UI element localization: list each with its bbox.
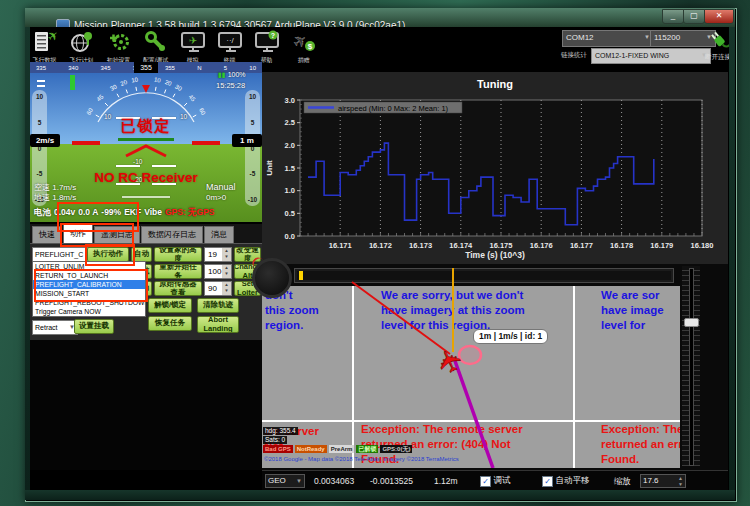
spinner-arrows-icon[interactable]: ▲▼: [222, 282, 231, 295]
battery-volts: 0.04v: [54, 207, 75, 219]
vibe-indicator: Vibe: [144, 207, 162, 219]
clear-track-button[interactable]: 清除轨迹: [197, 298, 239, 313]
action-dropdown-list: LOITER_UNLIMRETURN_TO_LAUNCHPREFLIGHT_CA…: [32, 261, 146, 317]
hud-clock: 15:25:28: [216, 81, 245, 90]
set-mount-button[interactable]: 设置挂载: [74, 319, 114, 334]
map-tile-message: We are sorhave imagelevel for: [601, 288, 664, 333]
map-tile-error: Exception: Thereturned an errFound.: [601, 422, 680, 467]
svg-text:2.5: 2.5: [285, 118, 295, 127]
svg-text:16.173: 16.173: [409, 241, 432, 250]
auto-button[interactable]: 自动: [131, 247, 152, 262]
status-badge: NotReady: [295, 445, 327, 453]
tuning-chart-svg: Tuning16.17116.17216.17316.17416.17516.1…: [262, 72, 728, 264]
toolbar-button[interactable]: ✈$ 捐赠: [285, 27, 322, 71]
svg-text:30: 30: [174, 83, 183, 92]
flight-plan-icon: [69, 30, 95, 54]
dropdown-item[interactable]: PREFLIGHT_CALIBRATION: [33, 280, 145, 289]
do-action-button[interactable]: 执行动作: [87, 247, 129, 262]
tab[interactable]: 消息: [204, 226, 234, 243]
hud-armed-state: 已锁定: [30, 117, 262, 136]
tab[interactable]: 数据闪存日志: [141, 226, 203, 243]
svg-text:airspeed (Min: 0 Max: 2 Mean:: airspeed (Min: 0 Max: 2 Mean: 1): [338, 104, 449, 113]
svg-text:Time (s) (10^3): Time (s) (10^3): [465, 250, 525, 260]
autopan-checkbox[interactable]: ✓ 自动平移: [542, 475, 589, 487]
dropdown-item[interactable]: LOITER_UNLIM: [33, 262, 145, 271]
left-panel-tabs: 快速动作遥测日志数据闪存日志消息: [30, 224, 262, 243]
dropdown-item[interactable]: Trigger Camera NOW: [33, 307, 145, 316]
svg-text:20: 20: [164, 79, 173, 87]
status-badge: 已解锁: [356, 445, 378, 453]
aircraft-tooltip: 1m | 1m/s | id: 1: [473, 329, 548, 344]
help-icon: ?: [254, 30, 280, 54]
mount-mode-select[interactable]: Retract▼: [32, 320, 78, 335]
sysid-select[interactable]: COM12-1-FIXED WING▼: [591, 48, 711, 64]
window-frame-right: [729, 27, 735, 490]
alt-spinner[interactable]: ▲▼100: [204, 264, 232, 279]
map-attribution: ©2018 Google - Map data ©2018 Tele Atlas…: [264, 456, 459, 462]
svg-text:✈: ✈: [188, 35, 196, 46]
map-tile-message: We are sorry, but we don'thave imagery a…: [381, 288, 525, 333]
restart-mission-button[interactable]: 重新开始任务: [154, 264, 202, 279]
tuning-chart[interactable]: Tuning16.17116.17216.17316.17416.17516.1…: [262, 72, 728, 264]
status-bar: GEO▼ 0.0034063 -0.0013525 1.12m ✓ 调试 ✓ 自…: [262, 470, 728, 491]
tab[interactable]: 动作: [63, 224, 93, 243]
raw-sensor-button[interactable]: 原始传感器查看: [154, 281, 202, 296]
speed-spinner[interactable]: ▲▼19: [204, 247, 232, 262]
hud-wp-dist: 0m>0: [206, 193, 226, 202]
map-status-badges: Bad GPSNotReadyPreArm已解锁GPS:0(无): [263, 445, 412, 453]
roll-side-mark: [192, 141, 220, 145]
battery-label: 电池: [34, 207, 51, 219]
chevron-down-icon: ▼: [296, 475, 302, 487]
flight-data-icon: ✈: [32, 30, 58, 54]
desktop: Mission Planner 1.3.58 build 1.3.6794.30…: [0, 0, 750, 506]
zoom-slider-handle[interactable]: [684, 318, 699, 327]
close-button[interactable]: ✕: [704, 9, 734, 24]
actions-panel: PREFLIGHT_C▼ 执行动作 自动 设置家的高度 ▲▼19 改变速度 返航…: [30, 243, 262, 341]
tab[interactable]: 快速: [32, 226, 62, 243]
map[interactable]: don'tthis zoomregion. We are sorry, but …: [262, 286, 680, 468]
tuning-checkbox[interactable]: ✓ 调试: [480, 475, 510, 487]
spinner-arrows-icon[interactable]: ▲▼: [222, 265, 231, 278]
config-tuning-icon: [143, 30, 169, 54]
hud-mode: Manual: [206, 182, 236, 192]
hud-groundspeed: 地速 1.8m/s: [34, 192, 76, 203]
link-bar-icon: [70, 75, 75, 90]
pitch-line-m10: [116, 165, 140, 167]
dropdown-item[interactable]: RETURN_TO_LAUNCH: [33, 271, 145, 280]
initial-setup-icon: [106, 30, 132, 54]
playback-position-marker[interactable]: [299, 271, 303, 280]
com-port-select[interactable]: COM12▼: [562, 30, 654, 47]
svg-text:10: 10: [153, 76, 161, 83]
connect-plug-icon: [706, 28, 730, 52]
roll-side-mark: [72, 141, 100, 145]
tab[interactable]: 遥测日志: [94, 226, 140, 243]
svg-text:16.180: 16.180: [691, 241, 714, 250]
map-zoom-slider[interactable]: [682, 266, 700, 466]
svg-text:45: 45: [96, 93, 105, 102]
arm-disarm-button[interactable]: 解锁/锁定: [148, 298, 192, 313]
abort-landing-button[interactable]: Abort Landing: [197, 316, 239, 333]
set-home-alt-button[interactable]: 设置家的高度: [154, 247, 202, 262]
dropdown-item[interactable]: MISSION_START: [33, 289, 145, 298]
loiter-radius-spinner[interactable]: ▲▼90: [204, 281, 232, 296]
resume-mission-button[interactable]: 恢复任务: [148, 316, 192, 331]
dropdown-item[interactable]: PREFLIGHT_REBOOT_SHUTDOWN: [33, 298, 145, 307]
playback-trackbar[interactable]: [294, 268, 674, 283]
svg-text:60: 60: [85, 107, 94, 116]
maximize-button[interactable]: ▢: [683, 9, 705, 24]
map-source-select[interactable]: GEO▼: [265, 474, 305, 488]
link-stats-label: 链接统计: [561, 51, 587, 60]
map-lat: 0.0034063: [314, 476, 354, 486]
svg-text:16.178: 16.178: [610, 241, 633, 250]
minimize-button[interactable]: _: [662, 9, 684, 24]
spinner-arrows-icon[interactable]: ▲▼: [222, 248, 231, 261]
terminal-icon: ··/: [217, 30, 243, 54]
title-bar[interactable]: Mission Planner 1.3.58 build 1.3.6794.30…: [25, 8, 735, 27]
toolbar-button-label: 捐赠: [287, 56, 320, 64]
zoom-level-field[interactable]: 17.6▲▼: [640, 474, 686, 488]
spinner-arrows-icon[interactable]: ▲▼: [678, 475, 683, 487]
svg-text:2.0: 2.0: [285, 141, 295, 150]
hud[interactable]: 335340345350355N510 355 6045302010102030…: [30, 62, 262, 222]
svg-text:0.0: 0.0: [285, 232, 295, 241]
svg-text:60: 60: [198, 107, 207, 116]
